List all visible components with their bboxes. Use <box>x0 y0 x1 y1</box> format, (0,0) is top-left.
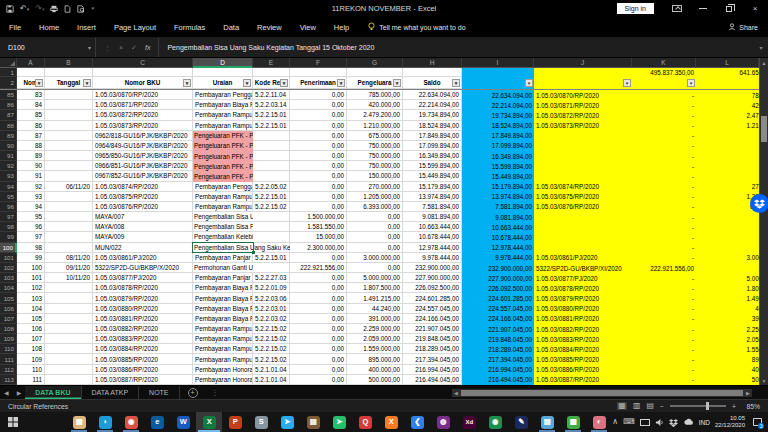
ribbon-tab-data[interactable]: Data <box>214 19 248 36</box>
cell-J86[interactable]: 1.05.03/0871/RP/2020 <box>534 100 632 110</box>
cell-E111[interactable]: 5.2.2.15.02 <box>253 354 290 364</box>
cell-B93[interactable] <box>45 171 93 181</box>
cell-F98[interactable]: 1.581.550,00 <box>290 222 347 232</box>
cell-J87[interactable]: 1.05.03/0872/RP/2020 <box>534 110 632 120</box>
cell-G99[interactable]: 0,00 <box>347 232 403 242</box>
cell-L90[interactable] <box>696 141 759 151</box>
cell-B86[interactable] <box>45 100 93 110</box>
cell-F105[interactable]: 0,00 <box>290 293 347 303</box>
cell-E107[interactable]: 5.2.2.03.02 <box>253 314 290 324</box>
speaker-icon[interactable] <box>655 418 664 427</box>
ribbon-tab-file[interactable]: File <box>0 19 30 36</box>
cell-F107[interactable]: 0,00 <box>290 314 347 324</box>
cell-K93[interactable]: - <box>632 171 696 181</box>
cell-K107[interactable]: - <box>632 314 696 324</box>
cell-J109[interactable]: 1.05.03/0883/RP/2020 <box>534 334 632 344</box>
cell-G104[interactable]: 1.807.500,00 <box>347 283 403 293</box>
sheet-tab-data-atkp[interactable]: DATA ATKP <box>82 386 140 399</box>
taskbar-clock[interactable]: 10.05 22/12/2020 <box>715 415 745 430</box>
cell-A104[interactable]: 102 <box>17 283 45 293</box>
cell-B103[interactable]: 10/11/20 <box>45 273 93 283</box>
cell-J111[interactable]: 1.05.03/0885/RP/2020 <box>534 354 632 364</box>
redo-icon[interactable]: ↷▾ <box>35 5 44 13</box>
cell-K99[interactable]: - <box>632 232 696 242</box>
cell-B95[interactable] <box>45 192 93 202</box>
cell-J103[interactable]: 1.05.03/0877/PJ/2020 <box>534 273 632 283</box>
cell-C101[interactable]: 1.05.03/0861/PJ/2020 <box>93 253 193 263</box>
cell-B110[interactable] <box>45 344 93 354</box>
vertical-scroll-thumb[interactable] <box>761 116 767 142</box>
scroll-left-icon[interactable]: ◀ <box>452 390 460 396</box>
cell-F89[interactable]: 0,00 <box>290 131 347 141</box>
cell-A112[interactable]: 110 <box>17 365 45 375</box>
cell-E94[interactable]: 5.2.2.05.02 <box>253 182 290 192</box>
cell-A97[interactable]: 95 <box>17 212 45 222</box>
cell-H99[interactable]: 10.678.444,00 <box>403 232 462 242</box>
cell-D96[interactable]: Pembayaran Rampun <box>193 202 253 212</box>
cell-G105[interactable]: 1.491.215,00 <box>347 293 403 303</box>
cell-H98[interactable]: 10.663.444,00 <box>403 222 462 232</box>
expand-formula-bar-icon[interactable]: ▾ <box>754 38 768 57</box>
cell-A91[interactable]: 89 <box>17 151 45 161</box>
cell-J108[interactable]: 1.05.03/0882/RP/2020 <box>534 324 632 334</box>
cell-G93[interactable]: 150.000,00 <box>347 171 403 181</box>
row-header-2[interactable]: 2 <box>0 77 17 89</box>
cell-H107[interactable]: 224.166.045,00 <box>403 314 462 324</box>
cell-I105[interactable]: 224.601.285,00 <box>462 293 534 303</box>
column-header-K[interactable]: K <box>632 58 696 68</box>
display-icon[interactable] <box>640 419 650 426</box>
row-header-108[interactable]: 108 <box>0 324 17 334</box>
cell-G88[interactable]: 1.210.000,00 <box>347 121 403 131</box>
normal-view-icon[interactable]: ▦ <box>617 402 627 410</box>
cell-E110[interactable]: 5.2.2.15.02 <box>253 344 290 354</box>
filter-dropdown-icon[interactable]: ▾ <box>183 79 191 87</box>
cell-G113[interactable]: 500.000,00 <box>347 375 403 385</box>
cell-F99[interactable]: 15.000,00 <box>290 232 347 242</box>
cell-L91[interactable] <box>696 151 759 161</box>
cell-B102[interactable]: 09/11/20 <box>45 263 93 273</box>
row-header-94[interactable]: 94 <box>0 182 17 192</box>
cell-G87[interactable]: 2.479.200,00 <box>347 110 403 120</box>
cell-F100[interactable]: 2.300.000,00 <box>290 243 347 253</box>
ribbon-tab-formulas[interactable]: Formulas <box>165 19 214 36</box>
cell-A103[interactable]: 101 <box>17 273 45 283</box>
row-header-85[interactable]: 85 <box>0 90 17 100</box>
cell-L100[interactable] <box>696 243 759 253</box>
minimize-button[interactable] <box>690 0 716 17</box>
cell-C90[interactable]: 0964/849-GU16/PJK/BKBP/2020 <box>93 141 193 151</box>
cell-C97[interactable]: MAYA/007 <box>93 212 193 222</box>
column-header-C[interactable]: C <box>93 58 193 68</box>
cell-C98[interactable]: MAYA/008 <box>93 222 193 232</box>
cell-G111[interactable]: 895.000,00 <box>347 354 403 364</box>
taskbar-app-telegram[interactable]: ➤ <box>274 412 300 432</box>
cell-K111[interactable]: - <box>632 354 696 364</box>
zoom-slider-thumb[interactable] <box>706 402 709 410</box>
row-header-86[interactable]: 86 <box>0 100 17 110</box>
cell-I90[interactable]: 17.099.894,00 <box>462 141 534 151</box>
column-filter-header-tanggal[interactable]: Tanggal▾ <box>45 77 93 89</box>
cell-F94[interactable]: 0,00 <box>290 182 347 192</box>
horizontal-scroll-thumb[interactable] <box>461 390 743 396</box>
cell-E95[interactable]: 5.2.2.15.01 <box>253 192 290 202</box>
taskbar-app-notes-app[interactable]: ▤ <box>534 412 560 432</box>
cell-J113[interactable]: 1.05.03/0887/RP/2020 <box>534 375 632 385</box>
formula-input[interactable]: Pengembalian Sisa Uang Saku Kegiatan Tan… <box>159 38 754 57</box>
cell-K109[interactable]: - <box>632 334 696 344</box>
cell-A107[interactable]: 105 <box>17 314 45 324</box>
cell-J1[interactable] <box>534 68 632 77</box>
cell-L106[interactable]: 44.24 <box>696 304 759 314</box>
cell-B90[interactable] <box>45 141 93 151</box>
cell-C87[interactable]: 1.05.03/0872/RP/2020 <box>93 110 193 120</box>
cell-A101[interactable]: 99 <box>17 253 45 263</box>
cell-I102[interactable]: 232.900.000,00 <box>462 263 534 273</box>
dropbox-tray-icon[interactable] <box>669 418 678 427</box>
cell-L104[interactable]: 1.807.50 <box>696 283 759 293</box>
cell-I92[interactable]: 15.599.894,00 <box>462 161 534 171</box>
cell-D106[interactable]: Pembayaran Biaya Pe <box>193 304 253 314</box>
cell-I89[interactable]: 17.849.894,00 <box>462 131 534 141</box>
cell-J104[interactable]: 1.05.03/0878/RP/2020 <box>534 283 632 293</box>
filter-dropdown-icon[interactable]: ▾ <box>452 79 460 87</box>
cell-G112[interactable]: 400.000,00 <box>347 365 403 375</box>
cell-G109[interactable]: 2.059.000,00 <box>347 334 403 344</box>
cell-C96[interactable]: 1.05.03/0876/RP/2020 <box>93 202 193 212</box>
